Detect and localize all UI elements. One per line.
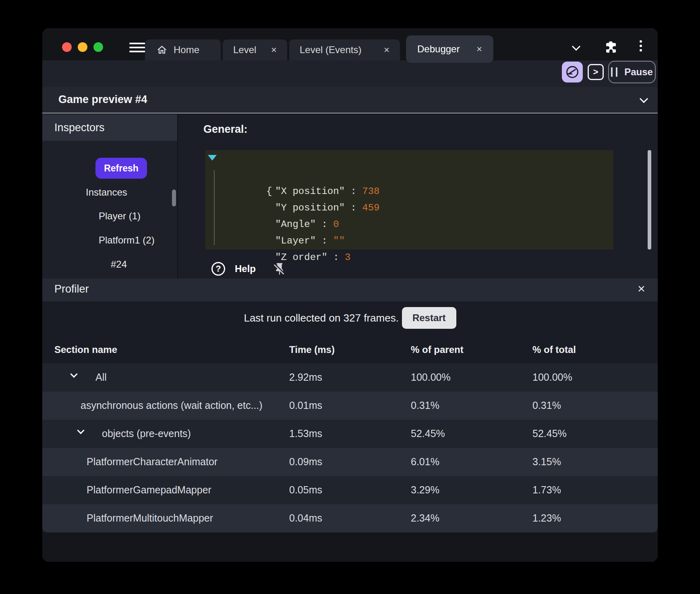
row-time: 0.09ms xyxy=(289,456,322,468)
restart-button[interactable]: Restart xyxy=(402,307,456,329)
json-property-row: "X position" : 738 xyxy=(205,167,613,183)
sidebar-item-instance-24[interactable]: #24 xyxy=(111,259,127,270)
row-section-name: objects (pre-events) xyxy=(102,428,191,439)
table-row-async-actions[interactable]: asynchronous actions (wait action, etc..… xyxy=(42,392,658,420)
refresh-button[interactable]: Refresh xyxy=(95,158,147,179)
row-percent-parent: 3.29% xyxy=(411,484,439,496)
refresh-button-label: Refresh xyxy=(104,163,139,174)
json-property-row: "Layer" : "" xyxy=(205,216,613,233)
tab-home[interactable]: Home xyxy=(145,39,221,60)
profiler-toggle-button[interactable] xyxy=(562,62,583,82)
tab-debugger-label: Debugger xyxy=(417,43,460,55)
tab-level-close-icon[interactable]: × xyxy=(271,45,277,55)
profiler-status-text: Last run collected on 327 frames. xyxy=(244,312,398,324)
debugger-window: Home Level × Level (Events) × Debugger × xyxy=(42,28,658,562)
zoom-window-button[interactable] xyxy=(93,42,103,52)
json-value: 3 xyxy=(345,252,350,263)
row-section-name: PlatformerGamepadMapper xyxy=(87,484,211,496)
profiler-title: Profiler xyxy=(54,283,89,295)
pin-off-icon[interactable] xyxy=(273,262,286,276)
row-percent-total: 1.73% xyxy=(532,484,561,496)
tab-level-label: Level xyxy=(233,44,256,56)
pause-button[interactable]: Pause xyxy=(608,61,656,83)
general-section-title: General: xyxy=(203,123,248,136)
tab-level-events[interactable]: Level (Events) × xyxy=(289,39,400,60)
console-button[interactable]: > xyxy=(588,64,604,80)
profiler-status-line: Last run collected on 327 frames. Restar… xyxy=(42,307,658,329)
json-collapse-triangle-icon[interactable] xyxy=(208,155,217,161)
close-window-button[interactable] xyxy=(62,42,72,52)
row-percent-parent: 52.45% xyxy=(411,428,445,439)
pause-icon xyxy=(611,67,617,77)
debugger-toolbar: > Pause xyxy=(42,60,658,87)
row-time: 2.92ms xyxy=(289,371,322,383)
row-percent-parent: 6.01% xyxy=(411,456,439,468)
json-property-row: "Angle" : 0 xyxy=(205,200,613,216)
tab-debugger[interactable]: Debugger × xyxy=(406,35,493,63)
header-percent-parent: % of parent xyxy=(411,344,464,355)
sidebar-item-player[interactable]: Player (1) xyxy=(99,210,141,222)
inspector-content: Inspectors Refresh Instances Player (1) … xyxy=(42,114,658,278)
sidebar-item-platform1[interactable]: Platform1 (2) xyxy=(99,235,155,246)
tab-level[interactable]: Level × xyxy=(223,39,287,60)
console-prompt-icon: > xyxy=(593,67,599,77)
row-percent-total: 0.31% xyxy=(532,400,561,411)
header-section-name: Section name xyxy=(54,344,117,355)
titlebar-actions xyxy=(566,28,658,60)
inspectors-title: Inspectors xyxy=(54,122,105,134)
inspectors-sidebar: Inspectors Refresh Instances Player (1) … xyxy=(42,114,178,278)
sidebar-item-instances[interactable]: Instances xyxy=(86,187,127,198)
chevron-down-icon[interactable] xyxy=(572,42,580,51)
inspectors-header: Inspectors xyxy=(42,114,177,141)
row-time: 1.53ms xyxy=(289,428,322,439)
title-bar: Home Level × Level (Events) × Debugger × xyxy=(42,28,658,60)
row-section-name: All xyxy=(95,371,107,383)
profiler-header-bar: Profiler × xyxy=(42,278,658,301)
row-percent-total: 100.00% xyxy=(532,371,572,383)
tab-level-events-close-icon[interactable]: × xyxy=(384,45,389,55)
row-percent-parent: 100.00% xyxy=(411,371,451,383)
help-row: ? Help xyxy=(211,261,286,277)
row-collapse-chevron-icon[interactable] xyxy=(70,370,77,377)
game-preview-selector[interactable]: Game preview #4 xyxy=(42,87,658,113)
table-row-character-animator[interactable]: PlatformerCharacterAnimator 0.09ms 6.01%… xyxy=(42,448,658,476)
pause-button-label: Pause xyxy=(624,66,653,78)
profiler-section: Last run collected on 327 frames. Restar… xyxy=(42,301,658,532)
speedometer-icon xyxy=(565,65,580,79)
row-collapse-chevron-icon[interactable] xyxy=(77,427,84,434)
help-label[interactable]: Help xyxy=(235,263,256,274)
more-options-kebab-icon[interactable] xyxy=(640,40,643,54)
minimize-window-button[interactable] xyxy=(78,42,87,52)
table-row-objects-pre-events[interactable]: objects (pre-events) 1.53ms 52.45% 52.45… xyxy=(42,420,658,448)
header-time: Time (ms) xyxy=(289,344,335,355)
window-bottom-area xyxy=(42,532,658,562)
game-preview-title: Game preview #4 xyxy=(58,93,147,106)
profiler-close-icon[interactable]: × xyxy=(638,281,645,296)
json-root-line: { xyxy=(205,150,613,167)
home-icon xyxy=(156,44,168,56)
tab-level-events-label: Level (Events) xyxy=(300,44,361,56)
tab-debugger-close-icon[interactable]: × xyxy=(476,44,482,54)
extensions-puzzle-icon[interactable] xyxy=(605,40,617,53)
row-percent-total: 52.45% xyxy=(532,428,567,439)
row-percent-total: 1.23% xyxy=(532,512,561,524)
general-scrollbar[interactable] xyxy=(648,150,651,250)
json-property-row: "Y position" : 459 xyxy=(205,183,613,200)
json-property-row: "Z order" : 3 xyxy=(205,233,613,249)
preview-chevron-down-icon[interactable] xyxy=(640,95,648,103)
row-time: 0.04ms xyxy=(289,512,322,524)
row-time: 0.05ms xyxy=(289,484,322,496)
table-row-multitouch-mapper[interactable]: PlatformerMultitouchMapper 0.04ms 2.34% … xyxy=(42,504,658,532)
sidebar-scrollbar[interactable] xyxy=(172,190,176,206)
profiler-table-rows: All 2.92ms 100.00% 100.00% asynchronous … xyxy=(42,363,658,532)
help-icon[interactable]: ? xyxy=(211,262,225,276)
row-section-name: PlatformerCharacterAnimator xyxy=(87,456,217,468)
table-row-gamepad-mapper[interactable]: PlatformerGamepadMapper 0.05ms 3.29% 1.7… xyxy=(42,476,658,504)
table-row-all[interactable]: All 2.92ms 100.00% 100.00% xyxy=(42,363,658,392)
profiler-table-header: Section name Time (ms) % of parent % of … xyxy=(42,344,658,358)
help-question-mark: ? xyxy=(215,264,221,274)
hamburger-menu-icon[interactable] xyxy=(129,43,145,53)
instance-json-viewer: { "X position" : 738 "Y position" : 459 … xyxy=(205,150,613,250)
restart-button-label: Restart xyxy=(412,312,446,323)
row-section-name: PlatformerMultitouchMapper xyxy=(87,512,213,524)
